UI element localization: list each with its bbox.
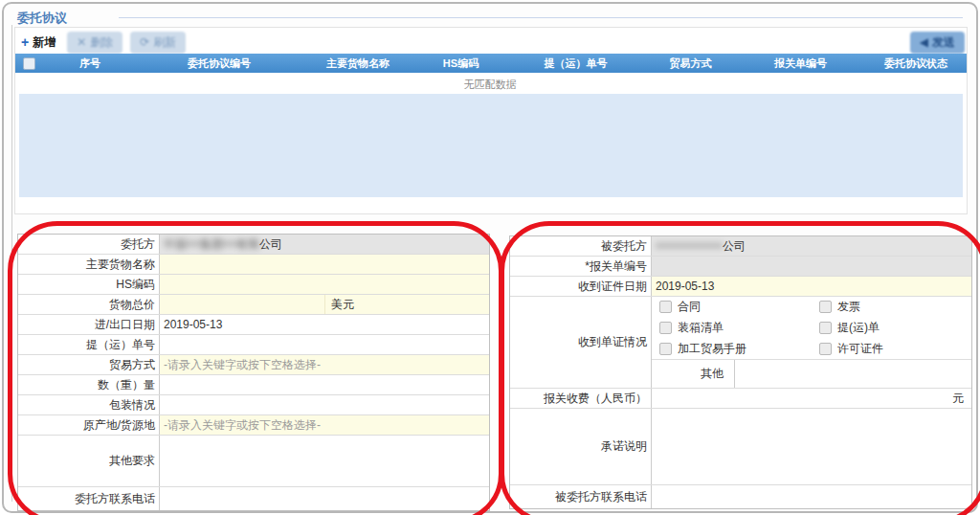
left-rail-divider <box>11 25 12 502</box>
impexp-date-input[interactable] <box>160 315 489 334</box>
checkbox-invoice-label: 发票 <box>837 299 860 315</box>
checkbox-contract-label: 合同 <box>678 299 701 315</box>
cert-date-label: 收到证件日期 <box>510 277 652 296</box>
agent-company-suffix: 公司 <box>723 238 746 255</box>
add-button-label: 新增 <box>33 34 56 51</box>
agent-phone-input[interactable] <box>652 485 971 508</box>
total-value-field: 美元 <box>160 295 489 314</box>
checkbox-icon[interactable] <box>659 343 672 355</box>
consignor-form: 委托方 中国××集团××有限 公司 主要货物名称 HS编码 货物总价 美元 进/… <box>17 234 490 511</box>
refresh-button-label: 刷新 <box>153 34 176 51</box>
col-hs-code: HS编码 <box>415 56 506 71</box>
checkbox-trade-manual-label: 加工贸易手册 <box>678 341 746 357</box>
add-button[interactable]: + 新增 <box>17 32 59 54</box>
delete-icon: ✕ <box>77 35 86 49</box>
consignor-phone-label: 委托方联系电话 <box>18 487 160 510</box>
trade-mode-label: 贸易方式 <box>18 355 160 374</box>
checkbox-bl[interactable]: 提(运)单 <box>812 320 971 336</box>
currency-select[interactable]: 美元 <box>331 297 354 313</box>
quantity-label: 数（重）量 <box>18 375 160 394</box>
bl-no-label: 提（运）单号 <box>18 335 160 354</box>
page-title: 委托协议 <box>17 10 67 27</box>
declaration-no-label: *报关单编号 <box>510 257 652 276</box>
checkbox-trade-manual[interactable]: 加工贸易手册 <box>652 341 812 357</box>
agent-company-redacted: ×××××××××× <box>652 239 723 253</box>
consignor-label: 委托方 <box>18 235 160 254</box>
currency-divider <box>324 295 325 314</box>
col-seq: 序号 <box>42 56 138 71</box>
select-all-checkbox[interactable] <box>23 57 35 70</box>
total-value-label: 货物总价 <box>18 295 160 314</box>
title-divider <box>119 17 963 18</box>
checkbox-contract[interactable]: 合同 <box>652 299 812 315</box>
col-agreement-status: 委托协议状态 <box>865 56 967 71</box>
cert-date-input[interactable] <box>652 277 971 296</box>
checkbox-license[interactable]: 许可证件 <box>812 341 971 357</box>
goods-name-input[interactable] <box>160 255 489 274</box>
other-requirements-textarea[interactable] <box>160 436 489 486</box>
checkbox-icon[interactable] <box>819 301 832 313</box>
delete-button[interactable]: ✕ 删除 <box>67 32 122 54</box>
total-value-input[interactable] <box>160 295 324 314</box>
delete-button-label: 删除 <box>90 34 113 51</box>
empty-table-area <box>19 94 963 197</box>
other-docs-input[interactable] <box>735 360 971 388</box>
consignor-company-suffix: 公司 <box>259 236 282 253</box>
bl-no-input[interactable] <box>160 335 489 354</box>
checkbox-packing-list[interactable]: 装箱清单 <box>652 320 812 336</box>
agent-phone-label: 被委托方联系电话 <box>510 485 652 508</box>
consignor-company-redacted: 中国××集团××有限 <box>160 236 259 253</box>
received-docs-label: 收到单证情况 <box>510 297 652 388</box>
checkbox-icon[interactable] <box>819 343 832 355</box>
packing-label: 包装情况 <box>18 395 160 414</box>
checkbox-icon[interactable] <box>819 322 832 334</box>
received-docs-group: 合同 发票 装箱清单 提(运)单 <box>652 297 971 388</box>
col-declaration-no: 报关单编号 <box>736 56 865 71</box>
other-docs-label: 其他 <box>690 360 734 388</box>
checkbox-icon[interactable] <box>659 301 672 313</box>
send-button-label: 发送 <box>932 34 955 51</box>
declaration-no-input <box>652 257 971 276</box>
fee-label: 报关收费（人民币） <box>510 389 652 408</box>
origin-input[interactable] <box>160 415 489 435</box>
send-icon: ◀ <box>920 35 928 49</box>
table-header: 序号 委托协议编号 主要货物名称 HS编码 提（运）单号 贸易方式 报关单编号 … <box>15 54 967 73</box>
plus-icon: + <box>21 35 29 49</box>
promise-textarea[interactable] <box>652 409 971 484</box>
other-docs-spacer <box>652 360 690 388</box>
promise-label: 承诺说明 <box>510 409 652 484</box>
agent-label: 被委托方 <box>510 236 652 256</box>
checkbox-packing-list-label: 装箱清单 <box>678 320 724 336</box>
empty-data-text: 无匹配数据 <box>4 78 976 92</box>
fee-field: 元 <box>652 389 971 408</box>
fee-input[interactable] <box>652 389 971 408</box>
agent-form: 被委托方 ×××××××××× 公司 *报关单编号 收到证件日期 收到单证情况 … <box>509 235 972 509</box>
col-agreement-no: 委托协议编号 <box>138 56 301 71</box>
checkbox-invoice[interactable]: 发票 <box>812 299 971 315</box>
select-all-cell <box>15 57 42 70</box>
refresh-button[interactable]: ⟳ 刷新 <box>130 32 186 54</box>
checkbox-license-label: 许可证件 <box>837 341 883 357</box>
toolbar: + 新增 ✕ 删除 ⟳ 刷新 ◀ 发送 <box>17 31 965 54</box>
other-requirements-label: 其他要求 <box>18 436 160 486</box>
col-bl-no: 提（运）单号 <box>506 56 645 71</box>
trade-mode-input[interactable] <box>160 355 489 374</box>
consignor-company-field: 中国××集团××有限 公司 <box>160 235 489 254</box>
fee-unit: 元 <box>952 391 964 407</box>
hs-code-label: HS编码 <box>18 275 160 294</box>
packing-input[interactable] <box>160 395 489 414</box>
col-trade-mode: 贸易方式 <box>645 56 736 71</box>
impexp-date-label: 进/出口日期 <box>18 315 160 334</box>
send-button[interactable]: ◀ 发送 <box>910 32 965 54</box>
quantity-input[interactable] <box>160 375 489 394</box>
other-docs-row: 其他 <box>652 359 971 388</box>
checkbox-icon[interactable] <box>659 322 672 334</box>
origin-label: 原产地/货源地 <box>18 415 160 435</box>
refresh-icon: ⟳ <box>140 35 149 49</box>
hs-code-input[interactable] <box>160 275 489 294</box>
consignor-phone-input[interactable] <box>160 487 489 510</box>
agent-company-field: ×××××××××× 公司 <box>652 236 971 256</box>
col-goods-name: 主要货物名称 <box>301 56 415 71</box>
goods-name-label: 主要货物名称 <box>18 255 160 274</box>
app-window: 委托协议 + 新增 ✕ 删除 ⟳ 刷新 ◀ 发送 序号 委托协议编号 主要货物名… <box>2 2 978 513</box>
